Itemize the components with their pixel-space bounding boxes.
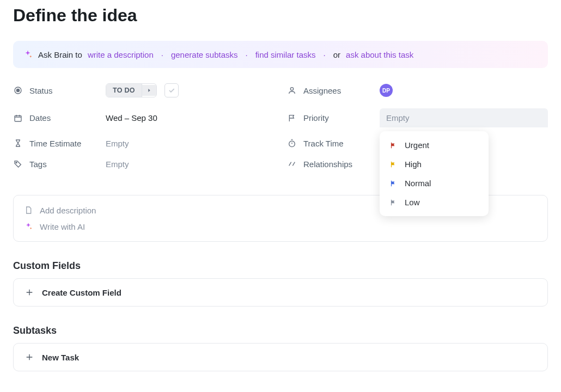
svg-point-2 — [290, 88, 293, 90]
priority-row: Priority Empty UrgentHighNormalLow — [287, 108, 548, 127]
add-description-label: Add description — [40, 206, 96, 215]
subtasks-heading: Subtasks — [13, 325, 548, 336]
tag-icon — [13, 159, 23, 169]
sparkle-icon — [23, 222, 33, 231]
priority-option-label: High — [405, 160, 422, 169]
assignees-value[interactable]: DP — [380, 84, 548, 97]
priority-label: Priority — [287, 113, 380, 123]
status-label: Status — [13, 85, 106, 95]
time-estimate-row: Time Estimate Empty — [13, 138, 274, 148]
priority-option-label: Urgent — [405, 140, 429, 150]
relationships-label: Relationships — [287, 159, 380, 169]
flag-icon — [389, 161, 397, 168]
complete-check-button[interactable] — [164, 83, 179, 97]
ai-ask-about-link[interactable]: ask about this task — [346, 50, 413, 59]
stopwatch-icon — [287, 138, 297, 148]
assignees-row: Assignees DP — [287, 83, 548, 97]
dates-value[interactable]: Wed – Sep 30 — [106, 113, 274, 122]
new-task-button[interactable]: New Task — [13, 343, 548, 371]
flag-icon — [389, 199, 397, 206]
ai-or-text: or — [333, 50, 340, 59]
write-with-ai-label: Write with AI — [40, 222, 85, 231]
create-custom-field-label: Create Custom Field — [42, 288, 121, 297]
separator-dot: · — [161, 50, 163, 59]
dates-label: Dates — [13, 113, 106, 123]
fields-grid: Status TO DO Assignees DP — [13, 83, 548, 169]
priority-option-normal[interactable]: Normal — [380, 174, 489, 193]
svg-rect-3 — [15, 115, 21, 121]
flag-outline-icon — [287, 113, 297, 123]
person-icon — [287, 85, 297, 95]
custom-fields-heading: Custom Fields — [13, 260, 548, 272]
svg-point-1 — [16, 89, 19, 91]
status-row: Status TO DO — [13, 83, 274, 97]
plus-icon — [25, 287, 34, 297]
ai-write-description-link[interactable]: write a description — [88, 50, 154, 59]
ai-banner: Ask Brain to write a description · gener… — [13, 41, 548, 68]
time-estimate-value[interactable]: Empty — [106, 139, 274, 148]
page-title: Define the idea — [13, 5, 548, 26]
assignees-label: Assignees — [287, 85, 380, 95]
priority-option-label: Low — [405, 198, 420, 207]
relationships-icon — [287, 159, 297, 169]
svg-point-5 — [16, 162, 17, 163]
separator-dot: · — [246, 50, 248, 59]
priority-option-high[interactable]: High — [380, 155, 489, 174]
status-next-icon[interactable] — [142, 85, 156, 96]
track-time-label: Track Time — [287, 138, 380, 148]
priority-option-urgent[interactable]: Urgent — [380, 136, 489, 155]
avatar[interactable]: DP — [380, 84, 393, 97]
priority-dropdown: UrgentHighNormalLow — [380, 131, 489, 216]
priority-value[interactable]: Empty UrgentHighNormalLow — [380, 108, 548, 127]
tags-label: Tags — [13, 159, 106, 169]
ai-prefix: Ask Brain to — [38, 50, 82, 59]
tags-row: Tags Empty — [13, 159, 274, 169]
create-custom-field-button[interactable]: Create Custom Field — [13, 278, 548, 307]
priority-empty-box[interactable]: Empty — [380, 108, 548, 127]
tags-value[interactable]: Empty — [106, 160, 274, 169]
ai-generate-subtasks-link[interactable]: generate subtasks — [171, 50, 238, 59]
status-text: TO DO — [106, 84, 142, 97]
ai-find-similar-link[interactable]: find similar tasks — [255, 50, 316, 59]
separator-dot: · — [324, 50, 326, 59]
plus-icon — [25, 352, 34, 362]
flag-icon — [389, 142, 397, 149]
sparkle-icon — [23, 50, 33, 59]
hourglass-icon — [13, 138, 23, 148]
priority-option-low[interactable]: Low — [380, 193, 489, 212]
dates-row: Dates Wed – Sep 30 — [13, 108, 274, 127]
status-pill[interactable]: TO DO — [106, 83, 157, 97]
time-estimate-label: Time Estimate — [13, 138, 106, 148]
calendar-icon — [13, 113, 23, 123]
status-icon — [13, 85, 23, 95]
new-task-label: New Task — [42, 353, 79, 362]
document-icon — [23, 205, 33, 215]
status-value: TO DO — [106, 83, 274, 97]
flag-icon — [389, 180, 397, 187]
write-with-ai-button[interactable]: Write with AI — [23, 218, 538, 235]
priority-option-label: Normal — [405, 179, 431, 188]
